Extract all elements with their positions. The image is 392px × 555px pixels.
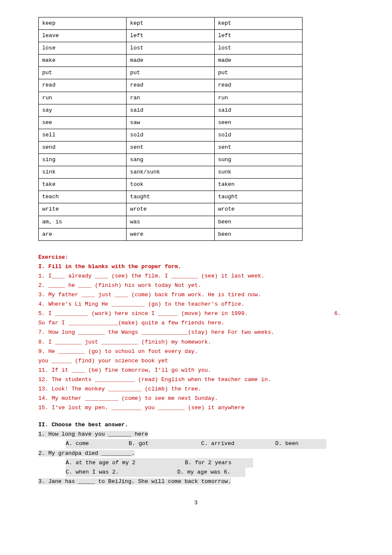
table-row: runranrun [39,92,303,104]
s1-q3: 3. My father ____ just ____ (come) back … [38,290,354,300]
table-row: sinksank/sunksunk [39,166,303,179]
table-cell: sing [39,154,127,166]
s2-q1-opt-a: A. come [66,439,129,448]
table-cell: been [214,228,302,240]
s1-q11: 11. If it ____ (be) fine tomorrow, I'll … [38,366,354,375]
table-cell: sent [214,141,302,153]
table-cell: said [214,104,302,116]
table-row: teachtaughttaught [39,191,303,203]
table-cell: see [39,116,127,129]
table-row: saysaidsaid [39,104,303,116]
exercise-title: Exercise: [38,253,354,262]
s2-q2-options-row2: C. when I was 2.D. my age was 6. [38,468,354,477]
table-cell: taught [127,191,214,203]
table-row: am, iswasbeen [39,216,303,228]
table-row: readreadread [39,79,303,92]
table-cell: made [127,55,214,67]
table-cell: ran [127,92,214,104]
s1-q2: 2. _____ he ____ (finish) his work today… [38,281,354,290]
table-cell: put [127,67,214,79]
table-cell: say [39,104,127,116]
section2-title: II. Choose the best answer. [38,420,354,430]
s1-q12: 12. The students ____________ (read) Eng… [38,375,354,384]
s1-q5-right: 6. [334,309,341,318]
table-cell: saw [127,116,214,129]
s2-q2-opt-b: B. for 2 years [185,458,253,468]
table-cell: sink [39,166,127,179]
table-cell: send [39,141,127,153]
table-cell: lost [127,42,214,55]
s2-q2-opt-c: C. when I was 2. [66,468,177,477]
table-cell: kept [127,17,214,30]
table-cell: kept [214,17,302,30]
table-cell: wrote [214,203,302,216]
s1-q13: 13. Look! The monkey __________ (climb) … [38,384,354,394]
s1-q5: 5. I __________ (work) here since I ____… [38,309,341,318]
table-cell: are [39,228,127,240]
s2-q1: 1. How long have you _______ here [38,430,354,439]
s2-q3: 3. Jane has _____ to BeiJing. She will c… [38,477,354,486]
table-row: singsangsung [39,154,303,166]
table-cell: read [214,79,302,92]
s2-q3-text: 3. Jane has _____ to BeiJing. She will c… [38,478,231,485]
s2-q1-text: 1. How long have you _______ here [38,431,148,437]
table-row: loselostlost [39,42,303,55]
s1-q15: 15. I've lost my pen. _________ you ____… [38,403,354,413]
table-cell: said [127,104,214,116]
table-cell: wrote [127,203,214,216]
table-cell: was [127,216,214,228]
s1-q14: 14. My mother __________ (come) to see m… [38,394,354,403]
table-cell: sold [214,129,302,141]
table-cell: sunk [214,166,302,179]
table-cell: sung [214,154,302,166]
table-row: sendsentsent [39,141,303,153]
s2-q1-opt-b: B. got [129,439,201,448]
table-cell: lose [39,42,127,55]
table-cell: sang [127,154,214,166]
table-cell: sank/sunk [127,166,214,179]
s2-q1-opt-c: C. arrived [201,439,275,448]
table-cell: left [214,30,302,42]
table-cell: write [39,203,127,216]
table-row: keepkeptkept [39,17,303,30]
table-cell: sent [127,141,214,153]
table-cell: read [127,79,214,92]
table-row: writewrotewrote [39,203,303,216]
s2-q2-text: 2. My grandpa died _________. [38,450,135,457]
s1-q5-left: 5. I __________ (work) here since I ____… [38,309,248,318]
table-cell: left [127,30,214,42]
s1-q8: 8. I ________ just ___________ (finish) … [38,338,354,347]
s2-q2: 2. My grandpa died _________. [38,449,354,458]
s2-q2-opt-a: A. at the age of my 2 [66,458,185,468]
table-row: makemademade [39,55,303,67]
table-cell: took [127,179,214,191]
table-cell: read [39,79,127,92]
table-cell: been [214,216,302,228]
table-cell: taken [214,179,302,191]
table-cell: sold [127,129,214,141]
section1-title: I. Fill in the blanks with the proper fo… [38,262,354,272]
table-cell: taught [214,191,302,203]
table-cell: made [214,55,302,67]
table-cell: were [127,228,214,240]
s1-q9: 9. He ________ (go) to school on foot ev… [38,347,354,356]
table-cell: take [39,179,127,191]
table-row: sellsoldsold [39,129,303,141]
table-row: arewerebeen [39,228,303,240]
s1-q4: 4. Where's Li Ming He __________ (go) to… [38,300,354,309]
s2-q2-options-row1: A. at the age of my 2B. for 2 years [38,458,354,468]
table-row: leaveleftleft [39,30,303,42]
page-number: 3 [38,498,354,508]
table-row: taketooktaken [39,179,303,191]
s1-q6: So far I _______________(make) quite a f… [38,318,354,328]
table-cell: teach [39,191,127,203]
table-cell: put [214,67,302,79]
table-row: seesawseen [39,116,303,129]
s1-q7: 7. How long ________ the Wangs _________… [38,328,354,337]
table-cell: put [39,67,127,79]
table-cell: lost [214,42,302,55]
table-cell: run [39,92,127,104]
table-cell: run [214,92,302,104]
s2-q1-options: A. comeB. gotC. arrivedD. been [38,439,354,448]
s1-q1: 1. I____ already ____ (see) the film. I … [38,272,354,281]
